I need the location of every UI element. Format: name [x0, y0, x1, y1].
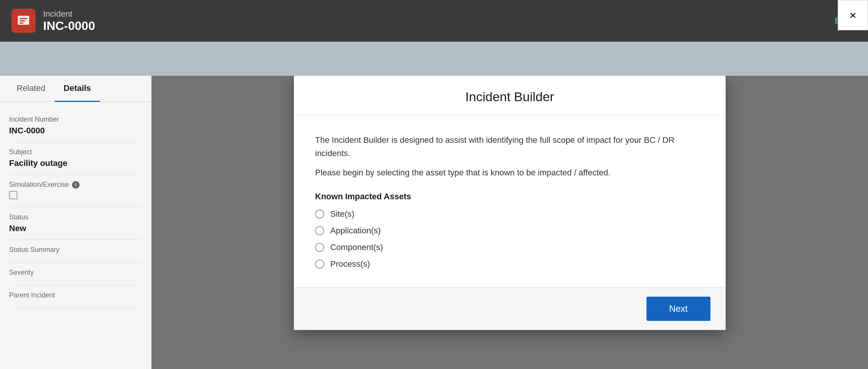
- incident-svg-icon: [17, 14, 30, 28]
- field-status-summary: Status Summary: [9, 240, 142, 263]
- info-icon: i: [72, 181, 80, 189]
- right-panel: Incident Builder The Incident Builder is…: [151, 76, 868, 369]
- status-summary-label: Status Summary: [9, 246, 142, 254]
- modal-body: The Incident Builder is designed to assi…: [294, 115, 726, 287]
- field-severity: Severity: [9, 263, 142, 285]
- subject-value: Facility outage: [9, 158, 142, 168]
- incident-builder-modal: Incident Builder The Incident Builder is…: [294, 76, 726, 330]
- status-value: New: [9, 224, 142, 233]
- header-title: Incident INC-0000: [43, 9, 95, 33]
- form-section: Incident Number INC-0000 Subject Facilit…: [0, 102, 151, 316]
- radio-label-applications: Application(s): [330, 226, 381, 236]
- simulation-checkbox[interactable]: [9, 191, 17, 199]
- nav-bar: [0, 42, 868, 76]
- svg-rect-3: [20, 23, 24, 24]
- field-simulation: Simulation/Exercise i: [9, 175, 142, 207]
- incident-number-value: INC-0000: [9, 126, 142, 136]
- field-status: Status New: [9, 207, 142, 240]
- parent-incident-label: Parent Incident: [9, 291, 142, 299]
- tab-details[interactable]: Details: [55, 76, 100, 102]
- radio-circle-applications: [315, 226, 324, 235]
- svg-rect-1: [20, 18, 28, 19]
- incident-number-label: Incident Number: [9, 116, 142, 124]
- tab-related[interactable]: Related: [8, 76, 55, 102]
- modal-description-1: The Incident Builder is designed to assi…: [315, 133, 704, 160]
- field-incident-number: Incident Number INC-0000: [9, 109, 142, 142]
- field-parent-incident: Parent Incident: [9, 285, 142, 308]
- radio-circle-sites: [315, 210, 324, 219]
- incident-icon: [11, 9, 36, 33]
- radio-label-components: Component(s): [330, 242, 383, 252]
- tabs: Related Details: [0, 76, 151, 102]
- radio-components[interactable]: Component(s): [315, 242, 704, 252]
- radio-group: Site(s) Application(s) Component(s): [315, 209, 704, 269]
- status-label: Status: [9, 213, 142, 221]
- next-button[interactable]: Next: [646, 297, 710, 321]
- radio-applications[interactable]: Application(s): [315, 226, 704, 236]
- subject-label: Subject: [9, 148, 142, 156]
- radio-processes[interactable]: Process(s): [315, 259, 704, 269]
- modal-header: Incident Builder: [294, 76, 726, 115]
- main-content: Related Details Incident Number INC-0000…: [0, 76, 868, 369]
- sidebar: Related Details Incident Number INC-0000…: [0, 76, 151, 369]
- radio-label-sites: Site(s): [330, 209, 354, 219]
- radio-label-processes: Process(s): [330, 259, 370, 269]
- modal-description-2: Please begin by selecting the asset type…: [315, 166, 704, 179]
- app-header: Incident INC-0000 Edit ×: [0, 0, 868, 42]
- simulation-label: Simulation/Exercise i: [9, 181, 142, 189]
- known-impacted-label: Known Impacted Assets: [315, 192, 704, 202]
- modal-overlay: Incident Builder The Incident Builder is…: [151, 76, 868, 369]
- modal-footer: Next: [294, 287, 726, 330]
- incident-number-header: INC-0000: [43, 19, 95, 33]
- incident-label: Incident: [43, 9, 95, 19]
- svg-rect-2: [20, 20, 25, 22]
- modal-title: Incident Builder: [309, 89, 710, 104]
- radio-circle-processes: [315, 260, 324, 269]
- close-button[interactable]: ×: [838, 0, 868, 30]
- field-subject: Subject Facility outage: [9, 142, 142, 175]
- radio-sites[interactable]: Site(s): [315, 209, 704, 219]
- radio-circle-components: [315, 243, 324, 252]
- severity-label: Severity: [9, 269, 142, 277]
